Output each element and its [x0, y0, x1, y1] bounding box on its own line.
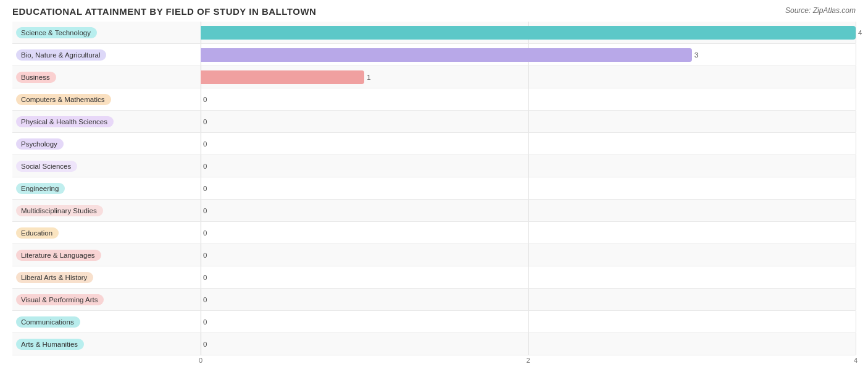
bar-area: 0 [201, 133, 856, 155]
label-pill: Engineering [16, 183, 65, 194]
bar-value: 0 [203, 163, 207, 170]
bar-label-area: Visual & Performing Arts [12, 294, 201, 305]
bar-value: 0 [203, 140, 207, 148]
bar-value: 0 [203, 207, 207, 214]
bars-wrapper: Science & Technology4Bio, Nature & Agric… [12, 22, 856, 355]
bar-row: Business1 [12, 66, 856, 88]
x-label-4: 4 [854, 357, 858, 364]
bar-area: 0 [201, 289, 856, 310]
label-pill: Business [16, 72, 56, 83]
bar-row: Education0 [12, 222, 856, 244]
bar-area: 0 [201, 177, 856, 199]
bar-fill [201, 70, 364, 84]
bar-area: 3 [201, 44, 856, 66]
bar-label-area: Literature & Languages [12, 250, 201, 261]
bar-area: 0 [201, 311, 856, 333]
label-pill: Bio, Nature & Agricultural [16, 49, 106, 61]
bar-row: Liberal Arts & History0 [12, 266, 856, 289]
bar-row: Literature & Languages0 [12, 244, 856, 266]
bar-label-area: Bio, Nature & Agricultural [12, 49, 201, 61]
label-pill: Visual & Performing Arts [16, 294, 104, 305]
label-pill: Liberal Arts & History [16, 272, 93, 283]
bar-label-area: Liberal Arts & History [12, 272, 201, 283]
chart-source: Source: ZipAtlas.com [785, 6, 856, 15]
bar-area: 0 [201, 111, 856, 132]
bar-area: 1 [201, 66, 856, 88]
bar-value: 1 [367, 74, 370, 81]
label-pill: Psychology [16, 138, 64, 150]
bar-value: 0 [203, 252, 207, 259]
label-pill: Computers & Mathematics [16, 94, 111, 105]
bar-value: 0 [203, 118, 207, 125]
bar-area: 0 [201, 88, 856, 110]
x-axis-spacer [12, 357, 201, 369]
bar-row: Engineering0 [12, 177, 856, 200]
bar-label-area: Arts & Humanities [12, 339, 201, 350]
x-label-0: 0 [199, 357, 202, 364]
bar-row: Psychology0 [12, 133, 856, 155]
bar-row: Computers & Mathematics0 [12, 88, 856, 111]
bar-row: Science & Technology4 [12, 22, 856, 44]
x-axis-row: 0 2 4 [12, 357, 856, 369]
bar-area: 4 [201, 22, 856, 43]
label-pill: Communications [16, 316, 80, 328]
bar-area: 0 [201, 222, 856, 244]
label-pill: Arts & Humanities [16, 339, 84, 350]
bar-label-area: Physical & Health Sciences [12, 116, 201, 127]
chart-container: EDUCATIONAL ATTAINMENT BY FIELD OF STUDY… [12, 6, 856, 369]
bar-value: 4 [858, 29, 862, 36]
bar-label-area: Business [12, 72, 201, 83]
label-pill: Multidisciplinary Studies [16, 205, 103, 216]
bar-fill [201, 26, 856, 40]
bar-label-area: Computers & Mathematics [12, 94, 201, 105]
bar-label-area: Psychology [12, 138, 201, 150]
bar-label-area: Multidisciplinary Studies [12, 205, 201, 216]
bar-row: Visual & Performing Arts0 [12, 289, 856, 311]
bar-value: 0 [203, 229, 207, 237]
label-pill: Social Sciences [16, 161, 77, 172]
bar-area: 0 [201, 266, 856, 288]
bar-value: 0 [203, 96, 207, 103]
label-pill: Science & Technology [16, 27, 97, 38]
bar-label-area: Communications [12, 316, 201, 328]
bar-value: 0 [203, 185, 207, 192]
label-pill: Physical & Health Sciences [16, 116, 114, 127]
x-axis: 0 2 4 [201, 357, 856, 369]
x-label-2: 2 [526, 357, 530, 364]
bar-value: 0 [203, 274, 207, 281]
label-pill: Literature & Languages [16, 250, 101, 261]
bar-area: 0 [201, 244, 856, 266]
bar-area: 0 [201, 333, 856, 355]
bar-label-area: Science & Technology [12, 27, 201, 38]
bar-fill [201, 48, 692, 62]
bar-value: 0 [203, 341, 207, 348]
bar-area: 0 [201, 155, 856, 177]
bar-row: Multidisciplinary Studies0 [12, 200, 856, 222]
label-pill: Education [16, 227, 59, 239]
bar-row: Bio, Nature & Agricultural3 [12, 44, 856, 66]
bar-row: Social Sciences0 [12, 155, 856, 177]
bar-row: Arts & Humanities0 [12, 333, 856, 355]
bar-label-area: Social Sciences [12, 161, 201, 172]
chart-header: EDUCATIONAL ATTAINMENT BY FIELD OF STUDY… [12, 6, 856, 17]
bar-label-area: Education [12, 227, 201, 239]
bar-area: 0 [201, 200, 856, 221]
bar-value: 0 [203, 318, 207, 326]
bar-value: 3 [695, 51, 698, 59]
bar-row: Physical & Health Sciences0 [12, 111, 856, 133]
bar-label-area: Engineering [12, 183, 201, 194]
chart-title: EDUCATIONAL ATTAINMENT BY FIELD OF STUDY… [12, 6, 316, 17]
bar-row: Communications0 [12, 311, 856, 333]
bar-value: 0 [203, 296, 207, 303]
